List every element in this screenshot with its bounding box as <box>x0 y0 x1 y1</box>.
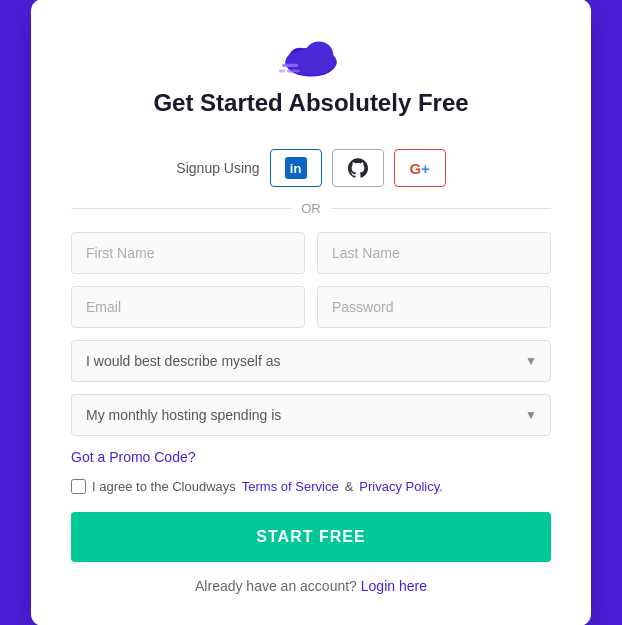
google-icon: G+ <box>409 160 429 177</box>
logo-area: Get Started Absolutely Free <box>71 35 551 133</box>
login-link[interactable]: Login here <box>361 578 427 594</box>
linkedin-icon: in <box>285 157 307 179</box>
svg-rect-6 <box>279 69 285 72</box>
github-icon <box>348 158 368 178</box>
divider: OR <box>71 201 551 216</box>
divider-left <box>71 208 291 209</box>
social-signup-row: Signup Using in G+ <box>71 149 551 187</box>
first-name-input[interactable] <box>71 232 305 274</box>
spending-select[interactable]: My monthly hosting spending is $0 - $50 … <box>71 394 551 436</box>
terms-prefix-text: I agree to the Cloudways <box>92 479 236 494</box>
google-button[interactable]: G+ <box>394 149 446 187</box>
email-input[interactable] <box>71 286 305 328</box>
terms-ampersand: & <box>345 479 354 494</box>
login-row: Already have an account? Login here <box>71 578 551 594</box>
describe-select-wrap: I would best describe myself as Develope… <box>71 340 551 382</box>
privacy-policy-link[interactable]: Privacy Policy. <box>359 479 443 494</box>
terms-checkbox[interactable] <box>71 479 86 494</box>
password-input[interactable] <box>317 286 551 328</box>
spending-select-wrap: My monthly hosting spending is $0 - $50 … <box>71 394 551 436</box>
cloud-logo-icon <box>279 35 343 79</box>
promo-code-link[interactable]: Got a Promo Code? <box>71 449 196 465</box>
page-title: Get Started Absolutely Free <box>153 89 468 117</box>
svg-rect-5 <box>287 69 300 72</box>
terms-row: I agree to the Cloudways Terms of Servic… <box>71 479 551 494</box>
github-button[interactable] <box>332 149 384 187</box>
svg-rect-4 <box>282 64 298 67</box>
credentials-row <box>71 286 551 328</box>
terms-of-service-link[interactable]: Terms of Service <box>242 479 339 494</box>
name-row <box>71 232 551 274</box>
divider-right <box>331 208 551 209</box>
last-name-input[interactable] <box>317 232 551 274</box>
login-prefix-text: Already have an account? <box>195 578 357 594</box>
divider-text: OR <box>301 201 321 216</box>
linkedin-button[interactable]: in <box>270 149 322 187</box>
describe-select[interactable]: I would best describe myself as Develope… <box>71 340 551 382</box>
signup-card: Get Started Absolutely Free Signup Using… <box>31 0 591 625</box>
signup-label: Signup Using <box>176 160 259 176</box>
start-free-button[interactable]: START FREE <box>71 512 551 562</box>
